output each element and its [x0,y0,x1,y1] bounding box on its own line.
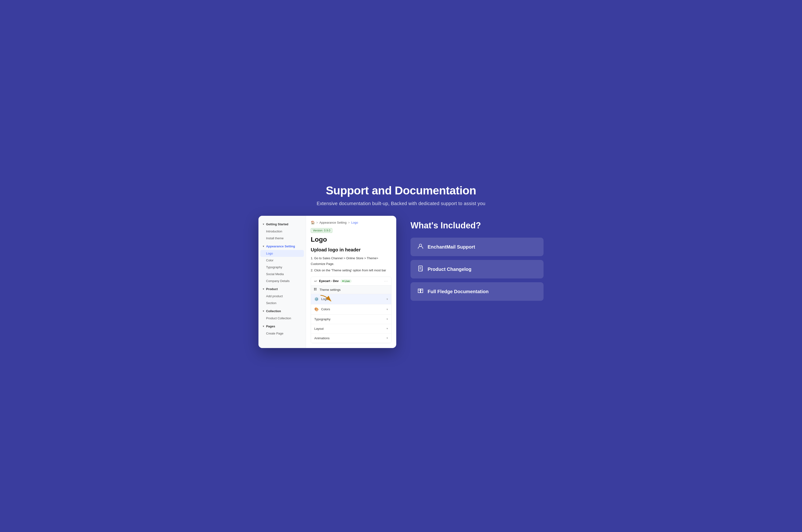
sidebar-item-install-theme[interactable]: Install theme [258,235,306,242]
gear-icon: ⚙️ [314,297,319,301]
theme-item-typography-label: Typography [314,317,330,321]
doc-step-2: 2. Click on the 'Theme setting' option f… [311,268,391,273]
theme-item-typography-left: Typography [314,317,330,321]
page-subtitle: Extensive documentation built-up, Backed… [317,201,485,206]
doc-step-1: 1. Go to Sales Channel > Online Store > … [311,255,391,267]
chevron-right-colors: ▾ [386,308,388,311]
theme-item-colors[interactable]: 🎨 Colors ▾ [311,304,391,315]
sidebar-group-header-appearance[interactable]: ▼ Appearance Setting [258,243,306,250]
svg-rect-1 [315,288,316,289]
sidebar-item-section[interactable]: Section [258,300,306,306]
sidebar-group-header-product[interactable]: ▼ Product [258,285,306,293]
group-label-appearance: Appearance Setting [266,245,295,248]
sidebar-item-product-collection[interactable]: Product Collection [258,315,306,322]
theme-store-name: Eyecart - Dev [319,279,339,283]
sidebar-item-introduction[interactable]: Introduction [258,228,306,235]
theme-settings-label: Theme settings [320,288,341,291]
live-dot [342,280,344,282]
breadcrumb: 🏠 > Appearance Setting > Logo [311,221,391,224]
theme-item-logo-label: Logo [321,297,328,301]
theme-item-typography[interactable]: Typography ▾ [311,315,391,324]
chevron-right-animations: ▾ [386,336,388,340]
more-options-icon[interactable]: ··· [384,280,388,283]
sidebar: ▼ Getting Started Introduction Install t… [258,216,306,348]
chevron-down-icon-pages: ▼ [262,325,265,328]
chevron-right-layout: ▾ [386,327,388,330]
theme-top-bar: ↩ Eyecart - Dev Live ··· [311,277,391,286]
group-label-product: Product [266,287,278,291]
sidebar-item-logo[interactable]: Logo [260,250,304,257]
included-section: What's Included? EnchantMail Support [411,216,544,305]
sidebar-group-header-collection[interactable]: ▼ Collection [258,307,306,315]
page-title: Support and Documentation [317,184,485,197]
page-wrapper: Support and Documentation Extensive docu… [258,184,544,348]
enchantmail-icon [417,243,424,251]
sidebar-group-appearance: ▼ Appearance Setting Logo Color Typograp… [258,243,306,284]
group-label-getting-started: Getting Started [266,223,288,226]
documentation-icon [417,287,424,296]
sidebar-group-header-pages[interactable]: ▼ Pages [258,323,306,330]
main-doc-content: 🏠 > Appearance Setting > Logo Version: 0… [306,216,396,348]
included-item-documentation: Full Fledge Documentation [411,282,544,301]
breadcrumb-sep-2: > [348,221,350,224]
sidebar-item-social-media[interactable]: Social Media [258,271,306,278]
sidebar-item-add-product[interactable]: Add product [258,293,306,300]
changelog-icon [417,265,424,273]
theme-item-colors-label: Colors [321,307,330,311]
sidebar-group-header-getting-started[interactable]: ▼ Getting Started [258,221,306,228]
sidebar-group-getting-started: ▼ Getting Started Introduction Install t… [258,221,306,242]
theme-screenshot: ↩ Eyecart - Dev Live ··· [311,277,391,343]
sidebar-group-pages: ▼ Pages Create Page [258,323,306,337]
theme-items-list: ⚙️ Logo ▾ [311,294,391,343]
chevron-down-icon: ▼ [262,223,265,226]
doc-section-title: Upload logo in header [311,247,391,252]
svg-rect-2 [314,289,315,290]
theme-item-logo-left: ⚙️ Logo [314,297,328,301]
live-badge: Live [341,280,351,283]
back-icon: ↩ [314,279,317,283]
theme-item-animations-left: Animations [314,336,329,340]
chevron-right-icon: ▾ [386,298,388,301]
included-item-changelog: Product Changelog [411,260,544,279]
version-badge: Version: 0.9.0 [311,228,332,233]
group-label-pages: Pages [266,324,275,328]
theme-item-layout-left: Layout [314,327,324,330]
doc-title: Logo [311,236,391,243]
svg-point-5 [419,244,422,246]
settings-icon [314,287,317,292]
theme-item-animations[interactable]: Animations ▾ [311,334,391,343]
sidebar-item-create-page[interactable]: Create Page [258,330,306,337]
sidebar-item-typography[interactable]: Typography [258,264,306,271]
svg-rect-6 [419,266,422,271]
theme-settings-bar: Theme settings [311,286,391,294]
theme-item-logo[interactable]: ⚙️ Logo ▾ [311,294,391,304]
theme-item-layout-label: Layout [314,327,324,330]
sidebar-group-product: ▼ Product Add product Section [258,285,306,306]
changelog-label: Product Changelog [427,267,471,272]
chevron-down-icon-collection: ▼ [262,310,265,312]
live-label: Live [344,280,350,283]
chevron-right-typography: ▾ [386,317,388,321]
breadcrumb-sep-1: > [316,221,318,224]
sidebar-group-collection: ▼ Collection Product Collection [258,307,306,322]
documentation-label: Full Fledge Documentation [427,289,489,294]
header-section: Support and Documentation Extensive docu… [317,184,485,206]
colors-icon: 🎨 [314,307,319,311]
home-icon: 🏠 [311,221,315,224]
theme-item-animations-label: Animations [314,336,329,340]
included-item-enchantmail: EnchantMail Support [411,238,544,256]
theme-item-layout[interactable]: Layout ▾ [311,324,391,334]
included-title: What's Included? [411,221,544,230]
group-label-collection: Collection [266,309,281,313]
chevron-down-icon-appearance: ▼ [262,245,265,248]
doc-panel: ▼ Getting Started Introduction Install t… [258,216,396,348]
sidebar-item-company-details[interactable]: Company Details [258,278,306,284]
sidebar-item-color[interactable]: Color [258,257,306,264]
chevron-down-icon-product: ▼ [262,288,265,290]
svg-rect-0 [314,288,315,289]
breadcrumb-parent[interactable]: Appearance Setting [320,221,347,224]
svg-rect-3 [315,289,316,290]
content-section: ▼ Getting Started Introduction Install t… [258,216,544,348]
enchantmail-label: EnchantMail Support [427,244,475,250]
theme-item-colors-left: 🎨 Colors [314,307,330,311]
